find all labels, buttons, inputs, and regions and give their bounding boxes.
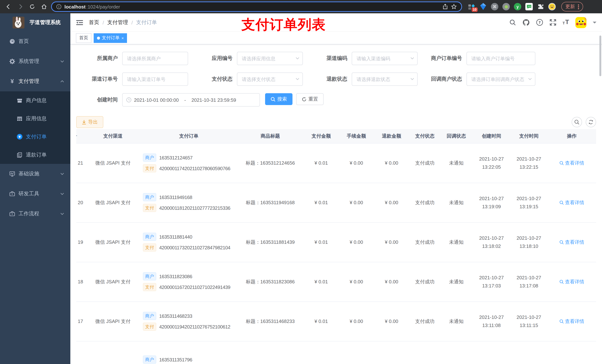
channel-order-no: 4200001167202110271022491439 bbox=[159, 284, 230, 290]
cell-actions: 查看详情 bbox=[547, 222, 596, 262]
extension-kite-icon[interactable] bbox=[479, 3, 487, 11]
breadcrumb-section[interactable]: 支付管理 bbox=[107, 19, 128, 26]
table-row[interactable]: 商户 1635311351796 bbox=[76, 341, 596, 364]
refund-status-select[interactable] bbox=[352, 73, 418, 86]
sidebar-item-system[interactable]: 系统管理 bbox=[0, 52, 70, 71]
chevron-down-icon bbox=[60, 172, 64, 176]
bookmark-star-icon[interactable] bbox=[451, 4, 457, 10]
filter-label-channel-code: 渠道编码 bbox=[306, 55, 352, 62]
tab-home[interactable]: 首页 bbox=[76, 33, 91, 43]
cell-create-time: 2021-10-2713:18:02 bbox=[472, 222, 511, 262]
cell-create-time: 2021-10-2713:17:03 bbox=[472, 262, 511, 302]
sidebar-item-pay-order[interactable]: ¥ 支付订单 bbox=[0, 128, 70, 146]
search-button[interactable]: 搜索 bbox=[265, 93, 292, 105]
profile-emoji-icon[interactable] bbox=[548, 3, 556, 11]
browser-menu-icon[interactable] bbox=[578, 4, 579, 9]
export-button[interactable]: 导出 bbox=[76, 116, 103, 128]
yen-icon: ¥ bbox=[9, 78, 15, 84]
sidebar-item-app-info[interactable]: 应用信息 bbox=[0, 110, 70, 128]
sidebar-item-merchant-info[interactable]: 商户信息 bbox=[0, 91, 70, 110]
column-header: 退款金额 bbox=[374, 129, 409, 143]
app-select[interactable] bbox=[237, 52, 303, 65]
column-header: 支付时间 bbox=[511, 129, 547, 143]
browser-back-icon[interactable] bbox=[4, 2, 13, 11]
browser-reload-icon[interactable] bbox=[27, 2, 37, 11]
address-bar[interactable]: localhost:1024/pay/order bbox=[51, 1, 462, 12]
table-row[interactable]: 20 微信 JSAPI 支付 商户 1635311949168 支付 bbox=[76, 183, 596, 222]
table-header-row: 编号支付渠道支付订单商品标题支付金额手续金额退款金额支付状态回调状态创建时间支付… bbox=[76, 129, 596, 143]
date-start: 2021-10-01 00:00:00 bbox=[134, 97, 179, 103]
channel-code-select[interactable] bbox=[352, 52, 418, 65]
pay-tag: 支付 bbox=[143, 204, 156, 212]
filter-label-callback-status: 回调商户状态 bbox=[420, 76, 466, 83]
fullscreen-icon[interactable] bbox=[549, 19, 556, 26]
pay-status-select[interactable] bbox=[237, 73, 303, 86]
extension-cmd-icon[interactable]: ⌘ bbox=[491, 3, 498, 10]
svg-text:?: ? bbox=[538, 20, 540, 25]
view-detail-link[interactable]: 查看详情 bbox=[559, 160, 584, 166]
user-avatar[interactable] bbox=[575, 17, 586, 28]
sidebar-item-refund-order[interactable]: 退款订单 bbox=[0, 146, 70, 164]
column-header: 手续金额 bbox=[339, 129, 374, 143]
pay-tag: 支付 bbox=[143, 322, 156, 331]
view-detail-link[interactable]: 查看详情 bbox=[559, 318, 584, 325]
tab-pay-order[interactable]: 支付订单 × bbox=[94, 33, 127, 43]
extension-recorder-icon[interactable] bbox=[502, 3, 510, 10]
merchant-order-input[interactable] bbox=[466, 52, 535, 65]
font-size-icon[interactable]: TT bbox=[563, 20, 569, 25]
extension-y-icon[interactable]: y bbox=[514, 3, 521, 10]
date-range-input[interactable]: 2021-10-01 00:00:00 - 2021-10-31 23:59:5… bbox=[122, 93, 260, 106]
help-icon[interactable]: ? bbox=[536, 19, 543, 26]
site-info-icon[interactable] bbox=[56, 4, 62, 9]
channel-order-no: 4200001174202110278060590766 bbox=[159, 166, 230, 171]
cell-channel: 微信 JSAPI 支付 bbox=[85, 222, 141, 262]
table-row[interactable]: 18 微信 JSAPI 支付 商户 1635311823086 支付 bbox=[76, 262, 596, 302]
reset-button[interactable]: 重置 bbox=[296, 93, 323, 105]
extensions-puzzle-icon[interactable] bbox=[537, 3, 544, 11]
cell-title: 标题：1635311949168 bbox=[237, 183, 304, 222]
extension-chat-icon[interactable] bbox=[525, 3, 533, 11]
orders-table: 编号支付渠道支付订单商品标题支付金额手续金额退款金额支付状态回调状态创建时间支付… bbox=[76, 129, 596, 364]
browser-home-icon[interactable] bbox=[39, 2, 49, 11]
view-detail-link[interactable]: 查看详情 bbox=[559, 239, 584, 245]
cell-id: 21 bbox=[76, 143, 85, 183]
sidebar-item-payment[interactable]: ¥ 支付管理 bbox=[0, 71, 70, 91]
view-detail-link[interactable]: 查看详情 bbox=[559, 199, 584, 206]
breadcrumb-home[interactable]: 首页 bbox=[89, 19, 99, 26]
github-icon[interactable] bbox=[522, 19, 530, 26]
sidebar-item-workflow[interactable]: 工作流程 bbox=[0, 204, 70, 224]
table-row[interactable]: 19 微信 JSAPI 支付 商户 1635311881440 支付 bbox=[76, 222, 596, 262]
channel-order-input[interactable] bbox=[122, 73, 188, 86]
sidebar-item-home[interactable]: 首页 bbox=[0, 31, 70, 52]
merchant-order-no: 1635311949168 bbox=[159, 194, 192, 200]
table-row[interactable]: 17 微信 JSAPI 支付 商户 1635311468233 支付 bbox=[76, 302, 596, 341]
toggle-search-button[interactable] bbox=[572, 117, 582, 127]
caret-down-icon[interactable] bbox=[593, 21, 596, 24]
sidebar-item-dev-tools[interactable]: 研发工具 bbox=[0, 184, 70, 204]
extension-tag-assistant-icon[interactable]: 10 bbox=[468, 3, 475, 11]
browser-update-button[interactable]: 更新 bbox=[561, 2, 583, 11]
view-detail-link[interactable]: 查看详情 bbox=[559, 278, 584, 285]
filter-label-merchant-order: 商户订单编号 bbox=[420, 55, 466, 62]
cell-id: 20 bbox=[76, 183, 85, 222]
sidebar-item-infrastructure[interactable]: 基础设施 bbox=[0, 164, 70, 184]
refresh-button[interactable] bbox=[586, 117, 596, 127]
browser-forward-icon[interactable] bbox=[16, 2, 25, 11]
cell-pay-status: 支付成功 bbox=[409, 183, 441, 222]
share-icon[interactable] bbox=[442, 4, 448, 10]
merchant-order-no: 1635312124657 bbox=[159, 155, 193, 160]
callback-status-select[interactable] bbox=[466, 73, 535, 86]
merchant-tag: 商户 bbox=[143, 272, 156, 281]
magnifier-icon bbox=[559, 240, 564, 244]
merchant-input[interactable] bbox=[122, 52, 188, 65]
date-end: 2021-10-31 23:59:59 bbox=[191, 97, 236, 103]
chevron-down-icon bbox=[60, 192, 64, 196]
sidebar-logo[interactable]: 芋道管理系统 bbox=[0, 13, 70, 31]
sidebar-collapse-icon[interactable] bbox=[76, 19, 83, 26]
close-icon[interactable]: × bbox=[121, 36, 124, 40]
briefcase-icon bbox=[9, 211, 15, 217]
table-row[interactable]: 21 微信 JSAPI 支付 商户 1635312124657 支付 bbox=[76, 143, 596, 183]
vertical-scrollbar[interactable] bbox=[599, 35, 601, 76]
search-icon[interactable] bbox=[509, 19, 516, 26]
cell-refund: ¥ 0.00 bbox=[374, 222, 409, 262]
